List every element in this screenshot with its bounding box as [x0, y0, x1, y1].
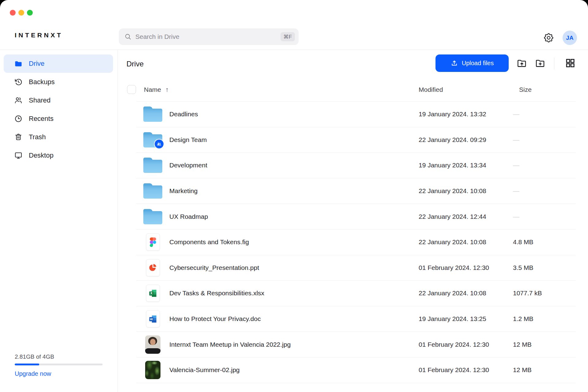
- backup-history-icon: [14, 78, 23, 86]
- modified-date: 19 January 2024. 13:34: [419, 162, 513, 169]
- sidebar-item-trash[interactable]: Trash: [4, 128, 113, 146]
- upload-folder-icon: [516, 58, 527, 69]
- table-row[interactable]: Valencia-Summer-02.jpg01 February 2024. …: [136, 357, 576, 383]
- magnifier-icon: [124, 33, 132, 40]
- file-name: Components and Tokens.fig: [169, 238, 419, 246]
- upload-files-button[interactable]: Upload files: [435, 54, 509, 72]
- search-placeholder: Search in Drive: [135, 33, 281, 40]
- trash-icon: [14, 133, 23, 141]
- file-icon-cell: [136, 335, 169, 354]
- new-folder-button[interactable]: [535, 58, 546, 69]
- folder-icon: [143, 158, 162, 173]
- folder-icon: [143, 209, 162, 224]
- shared-users-icon: [14, 96, 23, 105]
- table-row[interactable]: Internxt Team Meetup in Valencia 2022.jp…: [136, 332, 576, 357]
- figma-file-icon: [146, 233, 160, 251]
- sort-ascending-icon: ↑: [165, 86, 169, 93]
- modified-date: 01 February 2024. 12:30: [419, 264, 513, 271]
- table-row[interactable]: Development19 January 2024. 13:34—: [136, 153, 576, 178]
- column-header-size[interactable]: Size: [519, 86, 532, 93]
- file-icon-cell: W: [136, 310, 169, 327]
- folder-icon: [143, 106, 162, 122]
- upgrade-link[interactable]: Upgrade now: [15, 370, 103, 377]
- table-row[interactable]: WHow to Protect Your Privacy.doc19 Janua…: [136, 306, 576, 332]
- file-icon-cell: [136, 233, 169, 251]
- file-size: 3.5 MB: [513, 264, 576, 271]
- upload-files-label: Upload files: [462, 60, 494, 67]
- file-table-body: Deadlines19 January 2024. 13:32—Design T…: [136, 101, 576, 383]
- file-icon-cell: [136, 259, 169, 276]
- sidebar-nav: DriveBackupsSharedRecentsTrashDesktop: [4, 54, 113, 165]
- file-name: Dev Tasks & Responsibilities.xlsx: [169, 289, 419, 297]
- file-icon-cell: [136, 132, 169, 147]
- sidebar-item-shared[interactable]: Shared: [4, 91, 113, 110]
- file-icon-cell: [136, 209, 169, 224]
- sidebar-item-desktop[interactable]: Desktop: [4, 146, 113, 165]
- file-size: 4.8 MB: [513, 238, 576, 246]
- new-folder-icon: [535, 58, 546, 69]
- table-row[interactable]: UX Roadmap22 January 2024. 12:44—: [136, 204, 576, 230]
- table-row[interactable]: XDev Tasks & Responsibilities.xlsx22 Jan…: [136, 281, 576, 306]
- file-icon-cell: [136, 106, 169, 122]
- file-name: Development: [169, 162, 419, 169]
- select-all-checkbox[interactable]: [127, 85, 136, 94]
- file-name: Design Team: [169, 136, 419, 144]
- table-row[interactable]: Cybersecurity_Presentation.ppt01 Februar…: [136, 255, 576, 281]
- sidebar-item-label: Desktop: [29, 151, 54, 159]
- window-controls: [10, 10, 33, 16]
- storage-progress-fill: [15, 364, 39, 365]
- search-input[interactable]: Search in Drive ⌘F: [119, 28, 299, 45]
- sidebar-divider: [118, 50, 118, 392]
- modified-date: 19 January 2024. 13:25: [419, 315, 513, 323]
- file-size: 1.2 MB: [513, 315, 576, 323]
- file-size: 12 MB: [513, 366, 576, 374]
- file-size: 1077.7 kB: [513, 289, 576, 297]
- table-row[interactable]: Design Team22 January 2024. 09:29—: [136, 127, 576, 153]
- storage-panel: 2.81GB of 4GB Upgrade now: [15, 353, 103, 377]
- internxt-drive-window: INTERNXT Search in Drive ⌘F JA DriveBack…: [0, 0, 588, 392]
- grid-view-button[interactable]: [565, 58, 575, 68]
- file-name: How to Protect Your Privacy.doc: [169, 315, 419, 323]
- header-divider: [0, 50, 588, 50]
- file-name: Marketing: [169, 187, 419, 195]
- file-name: Cybersecurity_Presentation.ppt: [169, 264, 419, 271]
- shared-users-badge: [154, 139, 164, 149]
- excel-file-icon: X: [146, 285, 160, 302]
- folder-icon: [143, 183, 162, 199]
- svg-text:X: X: [150, 292, 152, 295]
- column-header-name[interactable]: Name ↑: [144, 86, 169, 93]
- zoom-button[interactable]: [27, 10, 33, 16]
- sidebar-item-label: Recents: [29, 115, 54, 123]
- storage-usage-text: 2.81GB of 4GB: [15, 353, 103, 360]
- file-icon-cell: [136, 183, 169, 199]
- file-size: —: [513, 136, 576, 144]
- word-file-icon: W: [146, 310, 160, 327]
- grid-view-icon: [565, 58, 575, 68]
- photo-thumbnail-portrait: [145, 335, 160, 354]
- file-size: 12 MB: [513, 341, 576, 348]
- sidebar-item-label: Shared: [29, 96, 51, 104]
- table-row[interactable]: Deadlines19 January 2024. 13:32—: [136, 102, 576, 127]
- table-row[interactable]: Marketing22 January 2024. 10:08—: [136, 178, 576, 204]
- table-row[interactable]: Components and Tokens.fig22 January 2024…: [136, 230, 576, 255]
- upload-file-icon: [450, 59, 458, 67]
- sidebar-item-label: Drive: [29, 60, 44, 68]
- modified-date: 01 February 2024. 12:30: [419, 341, 513, 348]
- powerpoint-file-icon: [146, 259, 160, 276]
- sidebar-item-recents[interactable]: Recents: [4, 110, 113, 128]
- svg-text:W: W: [150, 317, 153, 321]
- upload-folder-button[interactable]: [516, 58, 527, 69]
- sidebar-item-backups[interactable]: Backups: [4, 73, 113, 91]
- sidebar-item-drive[interactable]: Drive: [4, 54, 113, 73]
- avatar[interactable]: JA: [563, 31, 577, 45]
- file-name: Internxt Team Meetup in Valencia 2022.jp…: [169, 341, 419, 348]
- file-icon-cell: [136, 361, 169, 379]
- file-name: Valencia-Summer-02.jpg: [169, 366, 419, 374]
- sidebar-item-label: Trash: [29, 133, 46, 141]
- modified-date: 19 January 2024. 13:32: [419, 110, 513, 118]
- close-button[interactable]: [10, 10, 16, 16]
- column-header-modified[interactable]: Modified: [419, 86, 443, 93]
- page-title: Drive: [126, 60, 144, 68]
- minimize-button[interactable]: [18, 10, 24, 16]
- settings-button[interactable]: [543, 32, 554, 43]
